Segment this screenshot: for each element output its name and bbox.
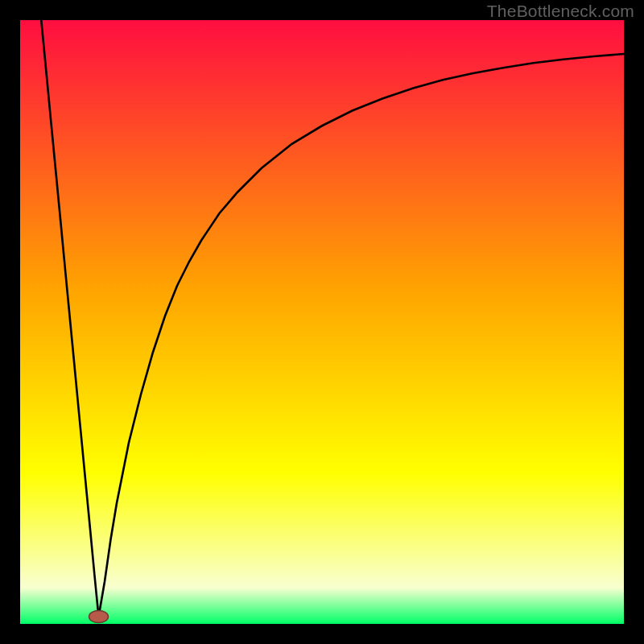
chart-frame: TheBottleneck.com [0,0,644,644]
plot-area [20,20,624,624]
min-marker [89,611,109,623]
watermark-text: TheBottleneck.com [487,2,634,21]
chart-svg [20,20,624,624]
